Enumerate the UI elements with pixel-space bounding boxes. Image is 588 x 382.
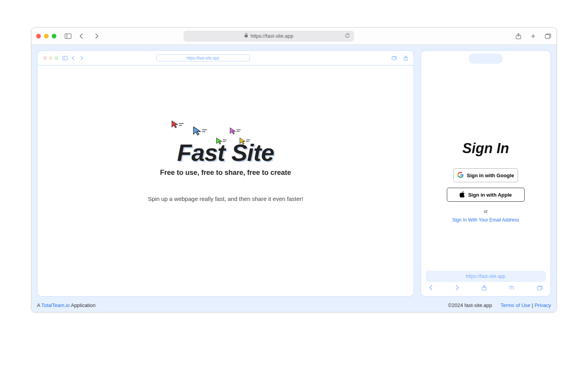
maximize-window-button[interactable] (52, 34, 56, 38)
mobile-share-icon (482, 285, 486, 292)
hero-subtitle: Free to use, free to share, free to crea… (160, 169, 291, 177)
safari-window: https://fast-site.app (31, 27, 557, 312)
footer-suffix: Application (70, 302, 96, 308)
mini-back-icon (72, 56, 75, 60)
svg-rect-6 (545, 35, 550, 38)
mini-close-icon (43, 56, 47, 60)
mobile-preview-panel: Sign In Sign in with Google Sign in with… (420, 50, 551, 297)
mini-minimize-icon (49, 56, 52, 60)
hero-section: Fast Site Free to use, free to share, fr… (38, 66, 413, 296)
share-icon[interactable] (514, 32, 522, 40)
mobile-tabs-icon (537, 285, 542, 292)
cursor-illustration (167, 120, 284, 147)
mobile-footer: https://fast-site.app (421, 268, 550, 296)
window-controls (36, 34, 56, 38)
sign-in-google-button[interactable]: Sign in with Google (453, 168, 518, 182)
footer-left: A TotalTeam.io Application (37, 302, 96, 308)
mobile-back-icon (429, 285, 433, 292)
safari-toolbar: https://fast-site.app (32, 28, 556, 45)
mini-window-controls (43, 56, 58, 60)
page-content: https://fast-site.app (32, 45, 556, 302)
signin-or-text: or (484, 209, 488, 214)
forward-button[interactable] (93, 32, 101, 40)
signin-section: Sign In Sign in with Google Sign in with… (421, 66, 550, 268)
footer-brand-link[interactable]: TotalTeam.io (41, 302, 70, 308)
svg-rect-23 (537, 287, 541, 290)
mobile-bookmarks-icon (509, 285, 514, 292)
mini-forward-icon (80, 56, 83, 60)
address-bar[interactable]: https://fast-site.app (184, 31, 354, 42)
mini-sidebar-icon (62, 56, 68, 60)
mini-address-url: https://fast-site.app (186, 56, 219, 60)
sign-in-email-link[interactable]: Sign In With Your Email Address (452, 217, 519, 223)
svg-rect-9 (392, 57, 396, 60)
address-bar-url: https://fast-site.app (250, 33, 293, 39)
mobile-address-bar: https://fast-site.app (426, 271, 546, 282)
svg-rect-0 (65, 34, 71, 38)
mobile-notch-row (421, 51, 550, 66)
mobile-notch (469, 54, 503, 64)
google-icon (457, 172, 464, 179)
mini-share-icon (404, 56, 408, 61)
svg-rect-7 (63, 56, 67, 59)
back-button[interactable] (77, 32, 85, 40)
mini-maximize-icon (55, 56, 58, 60)
footer-copyright: ©2024 fast-site.app (448, 302, 492, 308)
desktop-preview-panel: https://fast-site.app (37, 50, 414, 297)
mini-tabs-icon (392, 56, 397, 61)
apple-button-label: Sign in with Apple (468, 192, 512, 198)
reload-icon[interactable] (345, 33, 350, 39)
lock-icon (244, 33, 248, 39)
sidebar-toggle-icon[interactable] (64, 32, 72, 40)
footer-separator: | (530, 302, 535, 308)
page-footer: A TotalTeam.io Application ©2024 fast-si… (32, 302, 556, 312)
mobile-address-url: https://fast-site.app (466, 274, 505, 279)
hero-description: Spin up a webpage really fast, and then … (148, 195, 303, 202)
close-window-button[interactable] (36, 34, 41, 38)
signin-title: Sign In (462, 140, 509, 157)
new-tab-icon[interactable] (529, 32, 537, 40)
terms-link[interactable]: Terms of Use (500, 302, 530, 308)
minimize-window-button[interactable] (44, 34, 49, 38)
mini-address-bar: https://fast-site.app (156, 54, 250, 61)
google-button-label: Sign in with Google (467, 173, 514, 178)
svg-rect-2 (245, 35, 248, 37)
privacy-link[interactable]: Privacy (534, 302, 551, 308)
apple-icon (460, 191, 465, 199)
mini-toolbar: https://fast-site.app (38, 51, 413, 66)
footer-prefix: A (37, 302, 41, 308)
tabs-overview-icon[interactable] (544, 32, 552, 40)
sign-in-apple-button[interactable]: Sign in with Apple (447, 188, 525, 202)
footer-right: ©2024 fast-site.app Terms of Use | Priva… (448, 302, 551, 308)
mobile-forward-icon (455, 285, 459, 292)
